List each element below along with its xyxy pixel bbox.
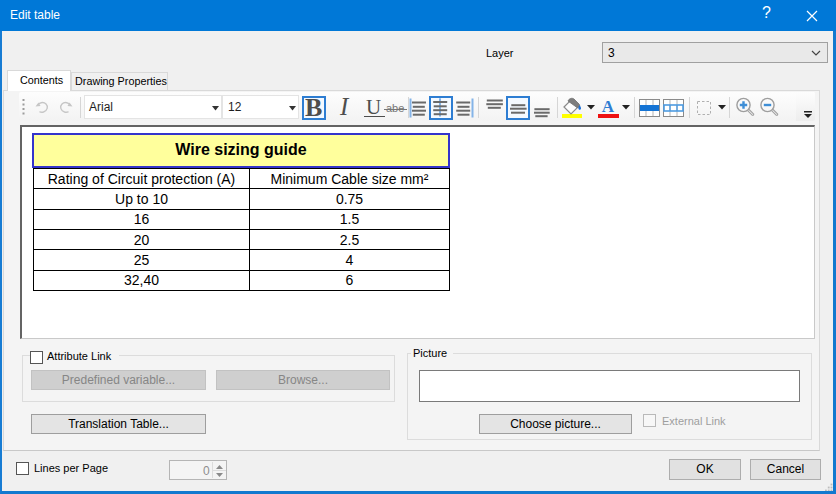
svg-text:A: A (602, 97, 615, 116)
